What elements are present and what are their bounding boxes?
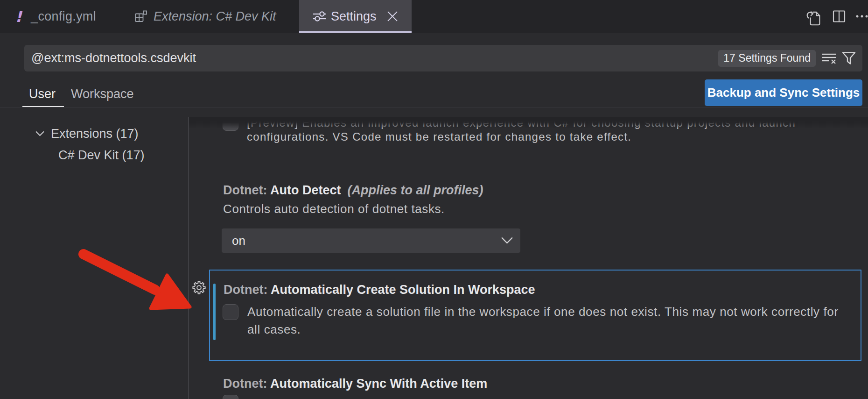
setting-description: Automatically create a solution file in … xyxy=(247,303,839,338)
settings-list: [Preview] Enables an improved launch exp… xyxy=(189,121,868,399)
select-value: on xyxy=(232,228,245,253)
setting-title-name: Auto Detect xyxy=(270,183,341,197)
setting-title-name: Automatically Create Solution In Workspa… xyxy=(271,283,535,297)
toc-item-extensions[interactable]: Extensions (17) xyxy=(51,127,139,141)
clear-search-filters-icon[interactable] xyxy=(821,52,836,64)
setting-title: Dotnet: Automatically Create Solution In… xyxy=(224,283,535,297)
setting-description-line: all cases. xyxy=(247,321,839,339)
auto-detect-select[interactable]: on xyxy=(222,228,520,253)
toc-item-csdevkit[interactable]: C# Dev Kit (17) xyxy=(58,148,145,163)
chevron-down-icon[interactable] xyxy=(35,130,45,137)
filter-icon[interactable] xyxy=(842,51,856,65)
editor-actions xyxy=(806,0,868,33)
tab-settings[interactable]: Settings xyxy=(299,0,412,33)
gear-icon[interactable] xyxy=(192,281,206,294)
setting-title: Dotnet: Auto Detect(Applies to all profi… xyxy=(223,183,483,197)
close-icon[interactable] xyxy=(387,11,398,22)
results-count-badge: 17 Settings Found xyxy=(718,50,816,67)
setting-description-line: configurations. VS Code must be restarte… xyxy=(247,130,796,144)
setting-title-prefix: Dotnet: xyxy=(224,283,271,297)
more-actions-icon[interactable] xyxy=(856,10,868,23)
scroll-top-shadow xyxy=(189,117,868,129)
checkbox-unchecked[interactable] xyxy=(223,304,238,320)
settings-sliders-icon xyxy=(313,11,327,22)
checkbox-unchecked[interactable] xyxy=(223,395,238,399)
setting-description: Controls auto detection of dotnet tasks. xyxy=(223,202,445,216)
chevron-down-icon xyxy=(501,236,513,244)
setting-title: Dotnet: Automatically Sync With Active I… xyxy=(223,377,487,391)
modified-indicator xyxy=(213,284,216,340)
setting-title-prefix: Dotnet: xyxy=(223,183,270,197)
setting-title-prefix: Dotnet: xyxy=(223,377,270,391)
setting-description: Enable/disable this behavior for the Sol… xyxy=(247,396,819,399)
setting-title-scope-note: (Applies to all profiles) xyxy=(348,183,483,197)
tab-label: Settings xyxy=(331,9,377,24)
split-editor-icon[interactable] xyxy=(833,10,846,23)
vscode-window: ! _config.yml Extension: C# Dev Kit xyxy=(0,0,868,399)
open-settings-json-icon[interactable] xyxy=(806,7,822,26)
setting-description-line: Automatically create a solution file in … xyxy=(247,303,839,321)
settings-toc: Extensions (17) C# Dev Kit (17) xyxy=(0,0,188,399)
backup-sync-settings-button[interactable]: Backup and Sync Settings xyxy=(705,79,862,106)
setting-title-name: Automatically Sync With Active Item xyxy=(270,377,487,391)
